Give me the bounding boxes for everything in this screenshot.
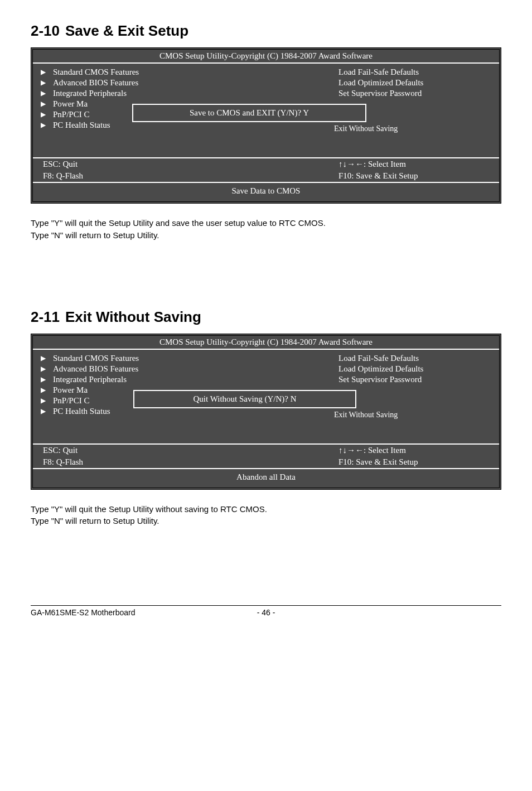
triangle-icon: ▶: [33, 68, 53, 76]
bios-body: ▶ Standard CMOS Features ▶ Advanced BIOS…: [33, 349, 499, 443]
select-item: ↑↓→←: Select Item: [266, 445, 499, 456]
bios-status-bar: Save Data to CMOS: [33, 182, 499, 201]
triangle-icon: ▶: [33, 365, 53, 373]
section-title: Exit Without Saving: [65, 308, 201, 326]
f10-save-exit: F10: Save & Exit Setup: [266, 456, 499, 468]
line1: Type "Y" will quit the Setup Utility wit…: [31, 503, 501, 515]
esc-quit: ESC: Quit: [33, 445, 266, 456]
menu-item-advanced-bios[interactable]: ▶ Advanced BIOS Features: [33, 78, 266, 88]
menu-label: Advanced BIOS Features: [53, 78, 143, 88]
save-dialog[interactable]: Save to CMOS and EXIT (Y/N)? Y: [132, 104, 366, 122]
bios-title: CMOS Setup Utility-Copyright (C) 1984-20…: [33, 336, 499, 349]
menu-label: Power Ma: [53, 99, 92, 109]
menu-label: Integrated Peripherals: [53, 375, 131, 384]
bios-body: ▶ Standard CMOS Features ▶ Advanced BIOS…: [33, 62, 499, 157]
bios-screen-save: CMOS Setup Utility-Copyright (C) 1984-20…: [31, 47, 501, 204]
menu-item-integrated-peripherals[interactable]: ▶ Integrated Peripherals: [33, 374, 266, 385]
menu-label: Set Supervisor Password: [338, 375, 426, 384]
triangle-icon: ▶: [33, 89, 53, 98]
menu-item-supervisor-password[interactable]: Set Supervisor Password: [338, 88, 499, 99]
triangle-icon: ▶: [33, 110, 53, 119]
menu-item-fail-safe[interactable]: Load Fail-Safe Defaults: [338, 67, 499, 78]
menu-label: Load Optimized Defaults: [338, 78, 428, 88]
menu-label: Power Ma: [53, 385, 92, 395]
menu-label: Standard CMOS Features: [53, 354, 143, 363]
dialog-text: Quit Without Saving (Y/N)? N: [194, 394, 297, 403]
bios-status-bar: Abandon all Data: [33, 468, 499, 488]
menu-item-optimized[interactable]: Load Optimized Defaults: [338, 364, 499, 374]
triangle-icon: ▶: [33, 397, 53, 405]
section-number: 2-11: [31, 308, 65, 326]
line2: Type "N" will return to Setup Utility.: [31, 515, 501, 527]
page-footer: GA-M61SME-S2 Motherboard - 46 -: [31, 605, 501, 617]
bios-footer-keys2: F8: Q-Flash F10: Save & Exit Setup: [33, 170, 499, 182]
triangle-icon: ▶: [33, 354, 53, 363]
line2: Type "N" will return to Setup Utility.: [31, 229, 501, 242]
menu-label: PC Health Status: [53, 120, 115, 130]
menu-item-supervisor-password[interactable]: Set Supervisor Password: [338, 374, 499, 385]
section-number: 2-10: [31, 22, 65, 40]
menu-label: Load Optimized Defaults: [338, 364, 428, 374]
menu-label: Standard CMOS Features: [53, 67, 143, 77]
dialog-text: Save to CMOS and EXIT (Y/N)? Y: [190, 108, 309, 117]
section-title: Save & Exit Setup: [65, 22, 188, 40]
menu-item-fail-safe[interactable]: Load Fail-Safe Defaults: [338, 353, 499, 364]
explanation-exit: Type "Y" will quit the Setup Utility wit…: [31, 503, 501, 528]
footer-product: GA-M61SME-S2 Motherboard: [31, 608, 187, 617]
esc-quit: ESC: Quit: [33, 158, 266, 170]
exit-without-saving-text: Exit Without Saving: [334, 411, 398, 419]
quit-dialog[interactable]: Quit Without Saving (Y/N)? N: [133, 390, 356, 408]
f8-qflash: F8: Q-Flash: [33, 456, 266, 468]
footer-page-number: - 46 -: [187, 608, 344, 617]
triangle-icon: ▶: [33, 100, 53, 108]
menu-label: Load Fail-Safe Defaults: [338, 354, 423, 363]
select-item: ↑↓→←: Select Item: [266, 158, 499, 170]
f10-save-exit: F10: Save & Exit Setup: [266, 170, 499, 182]
exit-without-saving-text: Exit Without Saving: [334, 124, 398, 133]
menu-label: Advanced BIOS Features: [53, 364, 143, 374]
bios-footer-keys: ESC: Quit ↑↓→←: Select Item: [33, 157, 499, 170]
menu-item-integrated-peripherals[interactable]: ▶ Integrated Peripherals: [33, 88, 266, 99]
section-heading-save: 2-10 Save & Exit Setup: [31, 22, 501, 40]
menu-label: Set Supervisor Password: [338, 89, 426, 98]
section-heading-exit: 2-11 Exit Without Saving: [31, 308, 501, 326]
bios-footer-keys2: F8: Q-Flash F10: Save & Exit Setup: [33, 456, 499, 468]
explanation-save: Type "Y" will quit the Setup Utility and…: [31, 217, 501, 242]
menu-item-standard-cmos[interactable]: ▶ Standard CMOS Features: [33, 353, 266, 364]
f8-qflash: F8: Q-Flash: [33, 170, 266, 182]
menu-label: Integrated Peripherals: [53, 89, 131, 98]
bios-title: CMOS Setup Utility-Copyright (C) 1984-20…: [33, 50, 499, 62]
menu-label: PnP/PCI C: [53, 110, 94, 119]
triangle-icon: ▶: [33, 375, 53, 384]
menu-item-optimized[interactable]: Load Optimized Defaults: [338, 78, 499, 88]
triangle-icon: ▶: [33, 407, 53, 416]
menu-label: PC Health Status: [53, 407, 115, 416]
menu-label: PnP/PCI C: [53, 396, 94, 406]
triangle-icon: ▶: [33, 79, 53, 87]
line1: Type "Y" will quit the Setup Utility and…: [31, 217, 501, 229]
bios-footer-keys: ESC: Quit ↑↓→←: Select Item: [33, 443, 499, 456]
bios-screen-exit: CMOS Setup Utility-Copyright (C) 1984-20…: [31, 334, 501, 490]
menu-item-advanced-bios[interactable]: ▶ Advanced BIOS Features: [33, 364, 266, 374]
menu-item-standard-cmos[interactable]: ▶ Standard CMOS Features: [33, 67, 266, 78]
menu-label: Load Fail-Safe Defaults: [338, 67, 423, 77]
triangle-icon: ▶: [33, 121, 53, 129]
triangle-icon: ▶: [33, 386, 53, 394]
